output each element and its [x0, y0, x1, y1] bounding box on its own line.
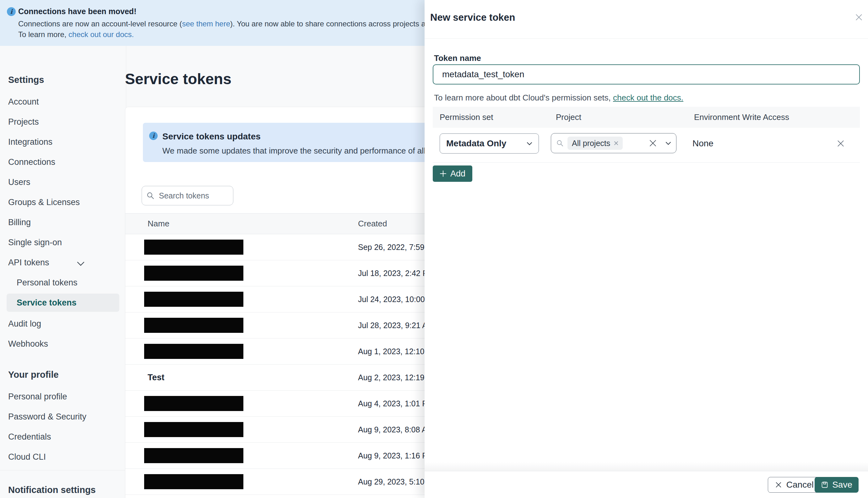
redacted-token-name [144, 396, 244, 411]
project-chip-all-projects[interactable]: All projects [567, 136, 623, 150]
search-tokens-box[interactable] [142, 186, 233, 205]
redacted-token-name [144, 448, 244, 463]
info-icon: i [149, 132, 158, 140]
close-icon[interactable] [855, 13, 863, 21]
redacted-token-name [144, 344, 244, 359]
sidebar-item-single-sign-on[interactable]: Single sign-on [0, 232, 126, 252]
redacted-token-name [144, 292, 244, 307]
info-icon: i [7, 7, 16, 16]
sidebar-item-service-tokens-label: Service tokens [6, 293, 119, 312]
sidebar-item-account[interactable]: Account [0, 92, 126, 112]
permission-set-value: Metadata Only [446, 139, 527, 148]
sidebar-item-api-tokens-label: API tokens [8, 258, 49, 267]
sidebar-item-projects[interactable]: Projects [0, 112, 126, 132]
banner-title: Connections have been moved! [18, 7, 136, 16]
environment-write-access-value: None [693, 133, 713, 154]
sidebar-item-service-tokens[interactable]: Service tokens [0, 293, 126, 314]
sidebar-item-password-security[interactable]: Password & Security [0, 407, 126, 427]
add-permission-button[interactable]: Add [433, 166, 472, 182]
sidebar-item-users[interactable]: Users [0, 172, 126, 192]
permissions-header-row: Permission set Project Environment Write… [433, 107, 860, 128]
chevron-down-icon[interactable] [666, 142, 671, 145]
token-name-label: Token name [434, 53, 481, 63]
drawer-footer: Cancel Save [424, 471, 868, 498]
project-multiselect[interactable]: All projects [551, 133, 676, 153]
permission-row-divider [433, 162, 860, 163]
search-icon [146, 192, 155, 200]
check-docs-link[interactable]: check out our docs. [68, 30, 134, 39]
redacted-token-name [144, 239, 244, 255]
new-service-token-drawer: New service token Token name To learn mo… [424, 0, 868, 498]
sidebar-item-connections[interactable]: Connections [0, 152, 126, 172]
check-out-docs-link[interactable]: check out the docs. [613, 93, 683, 102]
sidebar-item-groups-licenses[interactable]: Groups & Licenses [0, 192, 126, 212]
banner-text-pre: Connections are now an account-level res… [18, 19, 182, 28]
add-button-label: Add [450, 169, 465, 179]
sidebar-item-webhooks[interactable]: Webhooks [0, 334, 126, 354]
sidebar-item-personal-tokens[interactable]: Personal tokens [0, 273, 126, 293]
sidebar-divider [0, 470, 126, 470]
remove-permission-row-icon[interactable] [837, 140, 845, 147]
sidebar-item-audit-log[interactable]: Audit log [0, 314, 126, 334]
project-chip-label: All projects [572, 139, 610, 148]
sidebar-header-settings: Settings [0, 74, 126, 86]
sidebar-item-credentials[interactable]: Credentials [0, 427, 126, 447]
plus-icon [440, 170, 447, 177]
permission-set-select[interactable]: Metadata Only [440, 133, 539, 154]
sidebar-item-billing[interactable]: Billing [0, 212, 126, 232]
sidebar-item-personal-profile[interactable]: Personal profile [0, 386, 126, 407]
save-icon [821, 481, 828, 488]
sidebar-header-your-profile: Your profile [0, 369, 126, 380]
redacted-token-name [144, 266, 244, 281]
page-title: Service tokens [125, 70, 232, 88]
sidebar-item-integrations[interactable]: Integrations [0, 132, 126, 152]
helper-text-pre: To learn more about dbt Cloud's permissi… [434, 93, 613, 102]
settings-sidebar: Settings Account Projects Integrations C… [0, 46, 126, 498]
column-header-environment-write-access: Environment Write Access [694, 107, 789, 128]
sidebar-header-notification-settings: Notification settings [0, 484, 126, 496]
cancel-button-label: Cancel [786, 480, 814, 490]
see-them-here-link[interactable]: see them here [182, 19, 230, 28]
column-header-project: Project [556, 107, 581, 128]
banner-text2-pre: To learn more, [18, 30, 68, 39]
column-header-created: Created [358, 213, 387, 234]
redacted-token-name [144, 474, 244, 489]
clear-selection-icon[interactable] [649, 140, 657, 147]
drawer-header-divider [424, 38, 868, 39]
banner-text2: To learn more, check out our docs. [18, 30, 134, 39]
close-icon [775, 481, 782, 488]
chip-remove-icon[interactable] [614, 141, 618, 145]
chevron-down-icon [77, 253, 84, 273]
cancel-button[interactable]: Cancel [768, 477, 821, 493]
column-header-permission-set: Permission set [440, 107, 494, 128]
token-name: Test [148, 365, 165, 391]
sidebar-item-api-tokens[interactable]: API tokens [0, 252, 126, 273]
permission-helper-text: To learn more about dbt Cloud's permissi… [434, 93, 683, 103]
column-header-name: Name [148, 213, 169, 234]
save-button[interactable]: Save [815, 477, 858, 493]
chevron-down-icon [527, 142, 532, 145]
notice-title: Service tokens updates [162, 132, 261, 142]
search-tokens-input[interactable] [159, 191, 222, 200]
search-icon [556, 140, 564, 147]
token-name-input[interactable] [433, 64, 860, 84]
sidebar-item-cloud-cli[interactable]: Cloud CLI [0, 447, 126, 467]
redacted-token-name [144, 422, 244, 437]
redacted-token-name [144, 318, 244, 333]
save-button-label: Save [832, 480, 852, 490]
drawer-title: New service token [430, 12, 515, 23]
